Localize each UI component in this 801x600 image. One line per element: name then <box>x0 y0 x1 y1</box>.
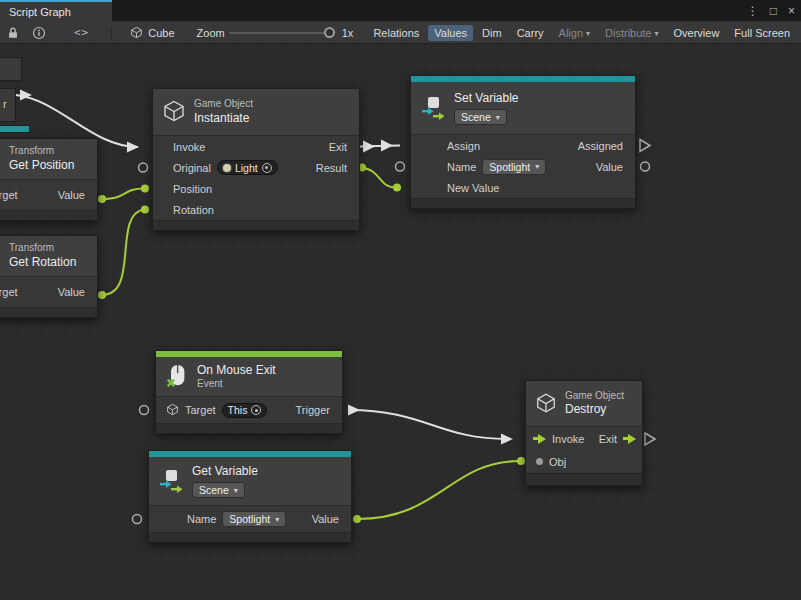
clipped-node-fragment[interactable] <box>0 57 22 81</box>
carry-button[interactable]: Carry <box>511 25 550 41</box>
mouse-icon <box>165 363 189 391</box>
exit-flow-icon[interactable] <box>623 434 636 444</box>
game-object-icon <box>162 99 186 125</box>
value-port-label: Value <box>58 189 85 201</box>
invoke-flow-icon[interactable] <box>533 434 546 444</box>
zoom-slider[interactable] <box>229 32 335 34</box>
wire-exit-to-assign[interactable] <box>360 146 400 147</box>
game-object-icon <box>535 392 557 416</box>
info-icon[interactable] <box>32 24 46 42</box>
assigned-output-port[interactable] <box>640 140 650 152</box>
original-input-port[interactable] <box>139 163 148 172</box>
node-header[interactable]: Set Variable Scene ▾ <box>411 82 635 135</box>
value-output-port[interactable] <box>641 162 650 171</box>
port-row: Target This Trigger <box>156 397 342 423</box>
assigned-port-label: Assigned <box>578 140 623 152</box>
value-port[interactable] <box>353 515 361 523</box>
overview-button[interactable]: Overview <box>668 25 726 41</box>
object-picker-icon[interactable] <box>262 163 272 173</box>
distribute-button[interactable]: Distribute▾ <box>599 25 664 41</box>
target-object-field[interactable]: This <box>222 403 268 418</box>
node-get-position[interactable]: Transform Get Position Target Value <box>0 138 98 221</box>
node-subtitle: Event <box>197 378 276 391</box>
original-object-field[interactable]: Light <box>217 160 278 175</box>
node-header[interactable]: Game Object Instantiate <box>153 89 359 136</box>
tab-script-graph[interactable]: Script Graph <box>0 0 112 22</box>
graph-target-label[interactable]: Cube <box>148 27 174 39</box>
dim-button[interactable]: Dim <box>476 25 508 41</box>
new-value-input-port[interactable] <box>393 184 401 192</box>
node-header[interactable]: Game Object Destroy <box>526 381 642 427</box>
exit-output-port[interactable] <box>645 433 655 445</box>
variable-name-dropdown[interactable]: Spotlight ▾ <box>222 511 286 527</box>
node-header[interactable]: Transform Get Rotation <box>0 236 97 277</box>
variable-scope-dropdown[interactable]: Scene ▾ <box>192 482 245 498</box>
node-title: Instantiate <box>194 111 253 126</box>
pane-menu-icon[interactable]: ⋮ <box>747 4 759 18</box>
zoom-label: Zoom <box>197 27 225 39</box>
close-icon[interactable]: × <box>788 4 795 18</box>
obj-port-icon[interactable] <box>536 458 543 465</box>
wire-result-to-new-value[interactable] <box>361 168 396 188</box>
align-button[interactable]: Align▾ <box>553 25 596 41</box>
new-value-port-label: New Value <box>447 182 499 194</box>
position-input-port[interactable] <box>141 185 149 193</box>
node-header[interactable]: Get Variable Scene ▾ <box>149 457 351 506</box>
wire-position-value[interactable] <box>102 189 144 200</box>
target-port-label: Target <box>0 189 18 201</box>
lock-icon[interactable] <box>6 24 20 42</box>
flow-arrow-icon <box>127 142 139 153</box>
node-footer <box>153 220 359 230</box>
node-get-rotation[interactable]: Transform Get Rotation Target Value <box>0 235 98 318</box>
node-on-mouse-exit[interactable]: On Mouse Exit Event Target This Trigger <box>155 350 343 434</box>
node-category: Game Object <box>194 98 253 111</box>
exit-port-label: Exit <box>599 433 617 445</box>
chevron-down-icon: ▾ <box>234 486 238 495</box>
target-input-port[interactable] <box>140 406 149 415</box>
node-footer <box>411 198 635 208</box>
full-screen-button[interactable]: Full Screen <box>728 25 796 41</box>
port-row: Original Light Result <box>153 157 359 178</box>
maximize-icon[interactable]: □ <box>770 4 777 18</box>
node-set-variable[interactable]: Set Variable Scene ▾ Assign Assigned Nam… <box>410 75 636 209</box>
values-button[interactable]: Values <box>428 25 473 41</box>
value-port[interactable] <box>98 195 106 203</box>
obj-port-label: Obj <box>549 456 566 468</box>
zoom-value: 1x <box>342 27 354 39</box>
graph-canvas[interactable]: r <box>0 44 801 600</box>
result-port-label: Result <box>316 162 347 174</box>
relations-button[interactable]: Relations <box>367 25 425 41</box>
wire-rotation-value[interactable] <box>102 210 144 296</box>
port-row: Invoke Exit <box>526 427 642 450</box>
value-port[interactable] <box>98 291 106 299</box>
port-row: Target Value <box>0 180 97 210</box>
clipped-node-colorbar[interactable] <box>0 125 30 133</box>
obj-input-port[interactable] <box>517 457 525 465</box>
zoom-slider-thumb[interactable] <box>324 27 335 38</box>
name-input-port[interactable] <box>133 515 142 524</box>
wire-value-to-obj[interactable] <box>357 461 520 519</box>
clipped-node-fragment[interactable]: r <box>0 88 16 122</box>
variable-scope-dropdown[interactable]: Scene ▾ <box>454 109 507 125</box>
tab-bar: Script Graph ⋮ □ × <box>0 0 801 22</box>
code-icon[interactable]: <> <box>74 24 89 42</box>
name-input-port[interactable] <box>396 162 405 171</box>
object-picker-icon[interactable] <box>251 405 261 415</box>
node-get-variable[interactable]: Get Variable Scene ▾ Name Spotlight ▾ Va… <box>148 450 352 543</box>
node-title: Set Variable <box>454 91 518 106</box>
target-port-label: Target <box>0 286 18 298</box>
toolbar-buttons: Relations Values Dim Carry Align▾ Distri… <box>367 25 801 41</box>
game-object-icon <box>166 403 179 418</box>
value-port-label: Value <box>596 161 623 173</box>
node-header[interactable]: On Mouse Exit Event <box>156 357 342 397</box>
flow-arrow-icon <box>20 90 32 101</box>
exit-port-label: Exit <box>329 141 347 153</box>
node-header[interactable]: Transform Get Position <box>0 139 97 180</box>
target-port-label: Target <box>185 404 216 416</box>
wire-trigger-to-invoke[interactable] <box>349 410 508 439</box>
rotation-input-port[interactable] <box>141 206 149 214</box>
variable-name-dropdown[interactable]: Spotlight ▾ <box>482 159 546 175</box>
node-instantiate[interactable]: Game Object Instantiate Invoke Exit Orig… <box>152 88 360 231</box>
node-destroy[interactable]: Game Object Destroy Invoke Exit Obj <box>525 380 643 486</box>
node-title: Get Variable <box>192 464 258 479</box>
